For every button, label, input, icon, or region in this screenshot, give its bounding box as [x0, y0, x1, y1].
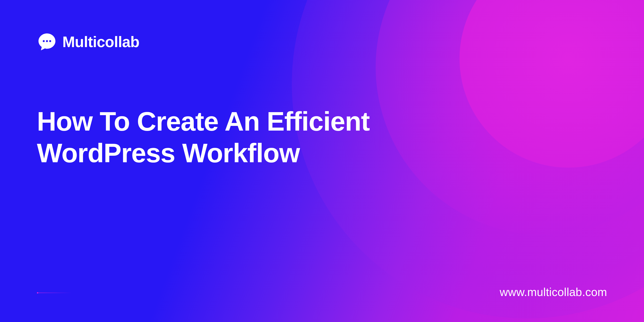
logo-row: Multicollab: [37, 32, 607, 52]
content-area: Multicollab How To Create An Efficient W…: [0, 0, 644, 322]
svg-point-1: [46, 40, 48, 42]
headline: How To Create An Efficient WordPress Wor…: [37, 106, 506, 169]
svg-point-2: [49, 40, 51, 42]
brand-name: Multicollab: [62, 33, 139, 51]
promotional-banner: Multicollab How To Create An Efficient W…: [0, 0, 644, 322]
chat-bubble-icon: [37, 32, 57, 52]
svg-point-0: [43, 40, 45, 42]
